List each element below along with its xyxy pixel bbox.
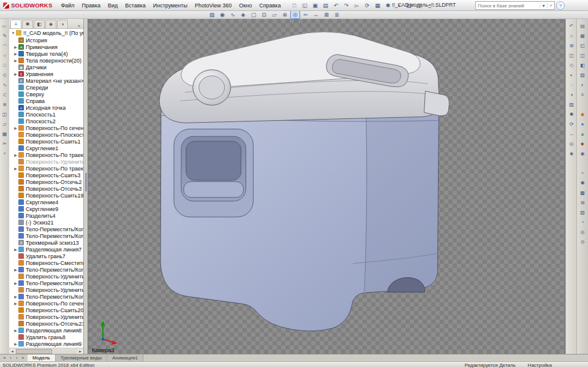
scroll-track[interactable] bbox=[15, 349, 77, 354]
extend-surface-icon[interactable]: ↔ bbox=[311, 10, 321, 19]
zoom-to-fit-icon[interactable]: ⌂ bbox=[567, 31, 576, 40]
tree-item[interactable]: Поверхность-Удлинить20 bbox=[9, 286, 83, 293]
rebuild-icon[interactable]: ⟳ bbox=[363, 1, 372, 10]
tree-item[interactable]: Спереди bbox=[9, 84, 83, 91]
material-icon[interactable]: ● bbox=[578, 120, 587, 128]
expander-icon[interactable]: ▶ bbox=[13, 328, 18, 332]
tree-item[interactable]: Поверхность-Сшить1 bbox=[9, 138, 83, 145]
tree-item[interactable]: Поверхность-Плоскость1 bbox=[9, 131, 83, 138]
scroll-prev-icon[interactable]: ‹ bbox=[8, 356, 13, 360]
layers-icon[interactable]: ▩ bbox=[578, 188, 587, 197]
thicken-icon[interactable]: ≣ bbox=[332, 10, 342, 19]
displaymanager-tab[interactable]: ◑ bbox=[57, 20, 68, 28]
resources-icon[interactable]: ▤ bbox=[578, 21, 587, 30]
save-icon[interactable]: ▣ bbox=[311, 1, 320, 10]
history-icon[interactable]: ◔ bbox=[578, 218, 587, 226]
tree-item[interactable]: (-) Эскиз21 bbox=[9, 219, 83, 226]
tree-item[interactable]: Поверхность-Удлинить19 bbox=[9, 273, 83, 280]
pan-icon[interactable]: ↔ bbox=[567, 129, 576, 138]
mirror-icon[interactable]: ◫ bbox=[1, 110, 9, 118]
apply-scene-icon[interactable]: ▨ bbox=[567, 100, 576, 109]
sketch-icon[interactable]: ✎ bbox=[1, 31, 9, 40]
plane-icon[interactable]: ▱ bbox=[1, 120, 9, 128]
expander-icon[interactable]: ▶ bbox=[13, 301, 18, 305]
search-icon[interactable]: ⌕ bbox=[547, 2, 554, 9]
camera-icon[interactable]: ◎ bbox=[567, 139, 576, 148]
planar-surface-icon[interactable]: ▱ bbox=[270, 10, 279, 19]
tree-item[interactable]: ▶Тело-Переместить/Копироват bbox=[9, 280, 83, 286]
tree-item[interactable]: Скругление1 bbox=[9, 145, 83, 151]
scroll-left-icon[interactable]: ◄ bbox=[9, 350, 15, 353]
menu-item-2[interactable]: Вид bbox=[104, 2, 121, 9]
tree-item[interactable]: Скругление9 bbox=[9, 205, 83, 212]
tree-item[interactable]: Скругление4 bbox=[9, 199, 83, 205]
target-icon[interactable]: ◎ bbox=[578, 228, 587, 236]
tree-item[interactable]: ▶Поверхность-По траектории2 bbox=[9, 165, 83, 172]
search-dropdown-icon[interactable]: ▾ bbox=[540, 3, 547, 9]
pattern-icon[interactable]: ▦ bbox=[1, 129, 9, 138]
tree-item[interactable]: Плоскость2 bbox=[9, 118, 83, 125]
design-library-icon[interactable]: ▦ bbox=[578, 31, 587, 40]
tree-item[interactable]: ▶Твердые тела(4) bbox=[9, 50, 83, 57]
menu-item-0[interactable]: Файл bbox=[57, 2, 78, 9]
help-icon[interactable]: ? bbox=[556, 1, 565, 10]
view-orientation-icon[interactable]: ◇ bbox=[567, 61, 576, 69]
menu-item-1[interactable]: Правка bbox=[78, 2, 104, 9]
menu-item-4[interactable]: Инструменты bbox=[149, 2, 191, 9]
spline-icon[interactable]: ∿ bbox=[1, 80, 9, 89]
doc-tab-2[interactable]: Анимация1 bbox=[107, 355, 143, 361]
select-icon[interactable]: ▻ bbox=[1, 21, 9, 30]
previous-view-icon[interactable]: ↶ bbox=[567, 21, 576, 30]
graphics-viewport[interactable]: Камера3 bbox=[88, 18, 565, 355]
section-view-icon[interactable]: ◫ bbox=[567, 51, 576, 59]
pin-icon[interactable]: ⊙ bbox=[578, 237, 587, 246]
convert-entities-icon[interactable]: ⊂ bbox=[1, 90, 9, 99]
panel-tabs-overflow-icon[interactable]: » bbox=[76, 24, 82, 28]
polygon-icon[interactable]: ◇ bbox=[1, 71, 9, 79]
revolved-surface-icon[interactable]: ◉ bbox=[217, 10, 227, 19]
tree-item[interactable]: Тело-Переместить/Копироват bbox=[9, 226, 83, 232]
extruded-surface-icon[interactable]: ▧ bbox=[207, 10, 217, 19]
expander-icon[interactable]: ▶ bbox=[13, 342, 18, 346]
tree-item[interactable]: Тело-Переместить/Копироват bbox=[9, 232, 83, 239]
print-icon[interactable]: ▤ bbox=[321, 1, 331, 10]
tree-item[interactable]: ▶Разделяющая линия8 bbox=[9, 327, 83, 334]
rotate-view-icon[interactable]: ⟳ bbox=[567, 120, 576, 128]
open-document-icon[interactable]: ◱ bbox=[300, 1, 310, 10]
tree-item[interactable]: 3Трехмерный эскиз13 bbox=[9, 239, 83, 246]
offset-surface-icon[interactable]: ⊕ bbox=[280, 10, 290, 19]
expander-icon[interactable]: ▶ bbox=[13, 281, 18, 285]
lofted-surface-icon[interactable]: ◈ bbox=[238, 10, 248, 19]
tree-item[interactable]: Поверхность-Сшить20 bbox=[9, 307, 83, 313]
scenes-icon[interactable]: ▨ bbox=[578, 71, 587, 79]
appearance-target-icon[interactable]: ◆ bbox=[578, 110, 587, 118]
camera-view-icon[interactable]: ◎ bbox=[290, 10, 300, 19]
tree-item[interactable]: ▶AПримечания bbox=[9, 44, 83, 50]
trim-surface-icon[interactable]: ✂ bbox=[301, 10, 311, 19]
tree-item[interactable]: Удалить грань8 bbox=[9, 334, 83, 340]
root-expander-icon[interactable]: ▼ bbox=[10, 31, 16, 35]
menu-item-7[interactable]: Справка bbox=[255, 2, 284, 9]
status-customize[interactable]: Настройка bbox=[528, 362, 552, 368]
tree-item[interactable]: ▶Тела поверхности(20) bbox=[9, 57, 83, 64]
sensor-icon[interactable]: ◉ bbox=[578, 149, 587, 158]
tree-item[interactable]: ▶Разделяющая линия9 bbox=[9, 340, 83, 347]
file-explorer-icon[interactable]: ◱ bbox=[578, 41, 587, 50]
tree-item[interactable]: Поверхность-Сместить17 bbox=[9, 259, 83, 266]
expander-icon[interactable]: ▶ bbox=[13, 153, 18, 157]
tree-item[interactable]: ≡Материал <не указан> bbox=[9, 77, 83, 84]
tree-item[interactable]: ◉Датчики bbox=[9, 64, 83, 71]
display-style-icon[interactable]: ◐ bbox=[567, 71, 576, 79]
tree-item[interactable]: Поверхность-Отсечь3 bbox=[9, 185, 83, 192]
tree-item[interactable]: Поверхность-Сшить3 bbox=[9, 172, 83, 178]
tree-item[interactable]: ▶Поверхность-По сечениям1 bbox=[9, 125, 83, 131]
tree-item[interactable]: ▶Поверхность-По траектории1 bbox=[9, 151, 83, 158]
tree-item[interactable]: ▶Тело-Переместить/Копироват bbox=[9, 266, 83, 273]
expander-icon[interactable]: ▶ bbox=[13, 45, 18, 49]
view-settings-icon[interactable]: ✱ bbox=[567, 110, 576, 118]
tree-item[interactable]: ▶ΣУравнения bbox=[9, 71, 83, 77]
doc-tab-1[interactable]: Трехмерные виды bbox=[56, 355, 108, 361]
custom-properties-icon[interactable]: ≡ bbox=[578, 90, 587, 99]
scroll-next-icon[interactable]: › bbox=[14, 356, 20, 360]
expander-icon[interactable]: ▶ bbox=[13, 126, 18, 130]
